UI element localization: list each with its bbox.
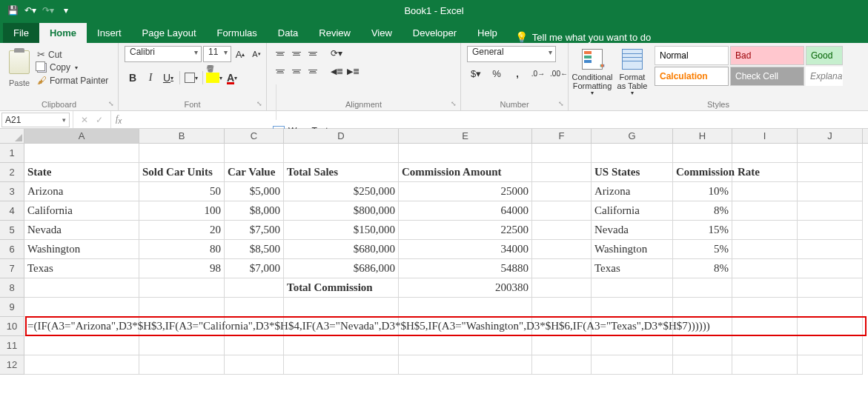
- style-normal[interactable]: Normal: [655, 46, 729, 65]
- col-header-h[interactable]: H: [673, 129, 732, 143]
- col-header-d[interactable]: D: [284, 129, 399, 143]
- align-top-button[interactable]: [273, 46, 288, 61]
- cell[interactable]: 25000: [399, 182, 532, 201]
- bold-button[interactable]: B: [125, 70, 141, 86]
- cell[interactable]: [24, 144, 139, 163]
- cell[interactable]: $5,000: [225, 182, 284, 201]
- cell[interactable]: 15%: [673, 221, 732, 240]
- comma-format-button[interactable]: ,: [508, 65, 526, 81]
- cell[interactable]: 100: [139, 201, 225, 221]
- customize-qat-icon[interactable]: ▾: [59, 4, 73, 17]
- formula-input[interactable]: [126, 111, 868, 128]
- style-explanatory[interactable]: Explana: [806, 67, 843, 86]
- decrease-indent-button[interactable]: ◀≣: [329, 64, 344, 78]
- accounting-format-button[interactable]: $▾: [467, 65, 485, 81]
- increase-decimal-button[interactable]: .0→: [529, 65, 547, 81]
- cell[interactable]: $150,000: [284, 221, 399, 240]
- col-header-i[interactable]: I: [732, 129, 798, 143]
- cell[interactable]: $7,500: [225, 221, 284, 240]
- align-middle-button[interactable]: [289, 46, 304, 61]
- decrease-font-button[interactable]: A▾: [249, 46, 264, 62]
- tab-help[interactable]: Help: [467, 23, 508, 43]
- align-center-button[interactable]: [289, 64, 304, 78]
- cell[interactable]: 5%: [673, 240, 732, 259]
- tab-file[interactable]: File: [3, 23, 39, 43]
- cell[interactable]: Car Value: [225, 163, 284, 182]
- worksheet-grid[interactable]: A B C D E F G H I J 1 2 State Sold Car U…: [0, 129, 868, 375]
- cell[interactable]: 8%: [673, 259, 732, 278]
- col-header-g[interactable]: G: [592, 129, 673, 143]
- cell[interactable]: California: [24, 201, 139, 221]
- increase-indent-button[interactable]: ▶≣: [345, 64, 360, 78]
- undo-icon[interactable]: ↶▾: [24, 4, 37, 17]
- decrease-decimal-button[interactable]: .00←: [550, 65, 568, 81]
- cell[interactable]: $800,000: [284, 201, 399, 221]
- fx-icon[interactable]: fx: [111, 113, 126, 125]
- cell[interactable]: 64000: [399, 201, 532, 221]
- cell[interactable]: California: [592, 201, 673, 221]
- tab-review[interactable]: Review: [308, 23, 361, 43]
- font-color-button[interactable]: A▾: [224, 70, 240, 86]
- select-all-button[interactable]: [0, 129, 24, 143]
- tell-me[interactable]: 💡 Tell me what you want to do: [515, 31, 651, 43]
- tab-insert[interactable]: Insert: [87, 23, 132, 43]
- row-header[interactable]: 2: [0, 163, 24, 182]
- align-right-button[interactable]: [305, 64, 320, 78]
- font-size-select[interactable]: 11: [203, 46, 231, 62]
- cell[interactable]: Total Sales: [284, 163, 399, 182]
- tab-home[interactable]: Home: [39, 23, 87, 43]
- cell[interactable]: 80: [139, 240, 225, 259]
- cell[interactable]: Nevada: [24, 221, 139, 240]
- col-header-a[interactable]: A: [24, 129, 139, 143]
- cell[interactable]: 50: [139, 182, 225, 201]
- cell[interactable]: 20: [139, 221, 225, 240]
- cell[interactable]: $250,000: [284, 182, 399, 201]
- cell[interactable]: Arizona: [592, 182, 673, 201]
- tab-data[interactable]: Data: [268, 23, 308, 43]
- cut-button[interactable]: ✂Cut: [37, 49, 108, 60]
- align-bottom-button[interactable]: [305, 46, 320, 61]
- cell[interactable]: Commission Rate: [673, 163, 732, 182]
- save-icon[interactable]: 💾: [6, 4, 19, 17]
- cell[interactable]: 22500: [399, 221, 532, 240]
- cell[interactable]: Sold Car Units: [139, 163, 225, 182]
- cancel-icon[interactable]: ✕: [81, 115, 88, 125]
- cell[interactable]: Nevada: [592, 221, 673, 240]
- cell[interactable]: 34000: [399, 240, 532, 259]
- col-header-b[interactable]: B: [139, 129, 225, 143]
- border-button[interactable]: ▾: [183, 70, 199, 86]
- tab-developer[interactable]: Developer: [402, 23, 467, 43]
- enter-icon[interactable]: ✓: [96, 115, 103, 125]
- paste-button[interactable]: Paste: [6, 46, 33, 93]
- cell[interactable]: 8%: [673, 201, 732, 221]
- tab-pagelayout[interactable]: Page Layout: [132, 23, 207, 43]
- redo-icon[interactable]: ↷▾: [42, 4, 55, 17]
- orientation-button[interactable]: ⟳▾: [329, 46, 344, 61]
- cell[interactable]: Commission Amount: [399, 163, 532, 182]
- tab-formulas[interactable]: Formulas: [207, 23, 268, 43]
- style-good[interactable]: Good: [806, 46, 843, 65]
- col-header-e[interactable]: E: [399, 129, 532, 143]
- cell[interactable]: 98: [139, 259, 225, 278]
- format-painter-button[interactable]: 🖌Format Painter: [37, 75, 108, 86]
- style-bad[interactable]: Bad: [730, 46, 804, 65]
- cell[interactable]: 10%: [673, 182, 732, 201]
- cell[interactable]: Washington: [24, 240, 139, 259]
- conditional-formatting-button[interactable]: Conditional Formatting▾: [574, 46, 610, 97]
- name-box[interactable]: A21: [1, 113, 70, 127]
- percent-format-button[interactable]: %: [488, 65, 506, 81]
- col-header-f[interactable]: F: [532, 129, 592, 143]
- cell[interactable]: 200380: [399, 278, 532, 298]
- cell[interactable]: $7,000: [225, 259, 284, 278]
- cell[interactable]: Arizona: [24, 182, 139, 201]
- cell[interactable]: 54880: [399, 259, 532, 278]
- copy-button[interactable]: Copy▾: [37, 62, 108, 73]
- clipboard-launcher[interactable]: ⤡: [107, 99, 116, 108]
- cell[interactable]: $8,500: [225, 240, 284, 259]
- style-check-cell[interactable]: Check Cell: [730, 67, 804, 86]
- increase-font-button[interactable]: A▴: [233, 46, 248, 62]
- cell[interactable]: Texas: [592, 259, 673, 278]
- cell[interactable]: $680,000: [284, 240, 399, 259]
- tab-view[interactable]: View: [361, 23, 402, 43]
- style-calculation[interactable]: Calculation: [655, 67, 729, 86]
